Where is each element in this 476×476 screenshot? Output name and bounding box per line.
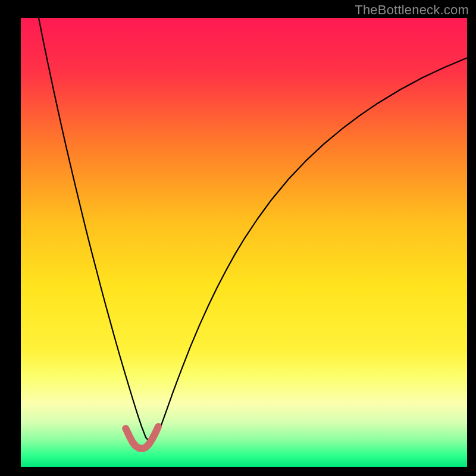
- watermark-text: TheBottleneck.com: [355, 2, 469, 18]
- background-gradient: [21, 18, 467, 467]
- chart-stage: TheBottleneck.com: [0, 0, 476, 476]
- plot-area: [21, 18, 467, 467]
- plot-svg: [21, 18, 467, 467]
